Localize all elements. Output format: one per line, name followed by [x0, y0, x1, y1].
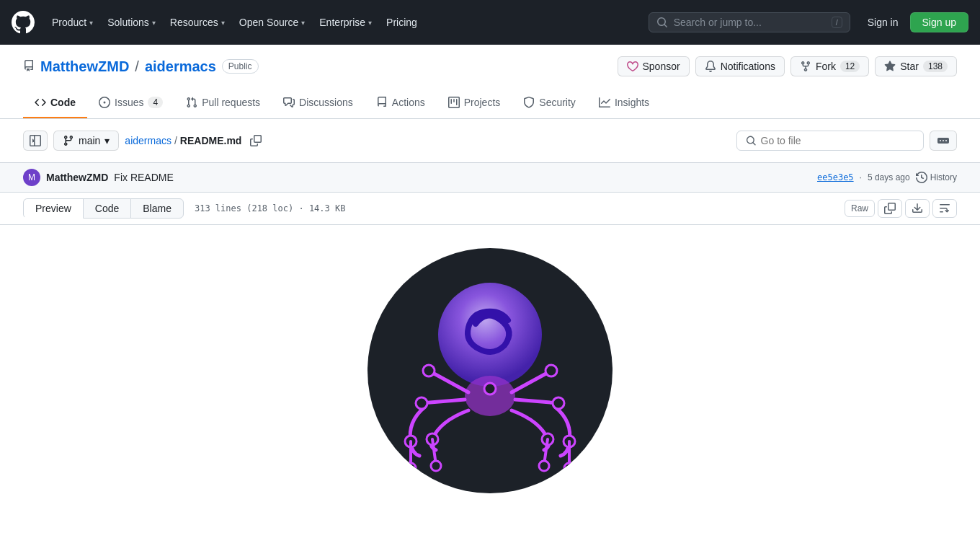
commit-meta: ee5e3e5 · 5 days ago History: [817, 172, 957, 183]
chevron-down-icon: ▾: [152, 19, 156, 27]
file-info: 313 lines (218 loc) · 14.3 KB: [195, 203, 346, 213]
commit-message: Fix README: [114, 172, 173, 183]
copy-icon: [884, 203, 896, 214]
tab-actions[interactable]: Actions: [365, 88, 437, 118]
raw-button[interactable]: Raw: [845, 200, 875, 217]
breadcrumb-sep: /: [135, 58, 139, 75]
nav-enterprise[interactable]: Enterprise ▾: [313, 12, 378, 32]
tab-discussions[interactable]: Discussions: [272, 88, 365, 118]
sign-in-button[interactable]: Sign in: [862, 12, 904, 32]
nav-product[interactable]: Product ▾: [46, 12, 99, 32]
nav-solutions[interactable]: Solutions ▾: [102, 12, 161, 32]
svg-point-10: [545, 365, 557, 376]
visibility-badge: Public: [222, 59, 259, 74]
sign-up-button[interactable]: Sign up: [910, 12, 968, 32]
svg-point-18: [431, 461, 441, 471]
chevron-down-icon: ▾: [104, 135, 110, 146]
branch-selector[interactable]: main ▾: [53, 131, 119, 151]
notifications-button[interactable]: Notifications: [695, 56, 785, 76]
repo-actions: Sponsor Notifications Fork 12 Star 138: [618, 56, 958, 76]
commit-time: 5 days ago: [868, 172, 910, 182]
commit-separator: ·: [860, 172, 862, 182]
goto-file-search[interactable]: [736, 131, 924, 151]
tab-insights[interactable]: Insights: [587, 88, 661, 118]
sponsor-button[interactable]: Sponsor: [618, 56, 690, 76]
readme-logo-container: [23, 225, 957, 516]
nav-resources[interactable]: Resources ▾: [164, 12, 231, 32]
code-tab-button[interactable]: Code: [83, 198, 131, 219]
branch-icon: [63, 135, 74, 146]
header-actions: Sign in Sign up: [862, 12, 968, 32]
toggle-word-wrap-button[interactable]: [932, 199, 957, 218]
repo-name-link[interactable]: aidermacs: [145, 58, 216, 75]
chevron-down-icon: ▾: [368, 19, 372, 27]
commit-bar: M MatthewZMD Fix README ee5e3e5 · 5 days…: [0, 162, 980, 193]
bell-icon: [705, 61, 716, 72]
svg-point-7: [416, 397, 427, 409]
commit-hash-link[interactable]: ee5e3e5: [817, 172, 854, 182]
issue-icon: [99, 97, 110, 108]
tab-code[interactable]: Code: [23, 88, 87, 118]
download-button[interactable]: [905, 199, 930, 218]
commit-author[interactable]: MatthewZMD: [46, 172, 108, 183]
github-logo[interactable]: [12, 11, 35, 34]
nav-pricing[interactable]: Pricing: [380, 12, 423, 32]
logo-svg: [375, 255, 605, 486]
svg-point-20: [406, 463, 416, 473]
svg-point-6: [423, 365, 435, 376]
star-button[interactable]: Star 138: [875, 56, 957, 76]
breadcrumb: aidermacs / README.md: [125, 135, 241, 146]
repo-header: MatthewZMD / aidermacs Public Sponsor No…: [0, 45, 980, 119]
history-icon: [916, 172, 927, 183]
actions-icon: [376, 97, 388, 108]
projects-icon: [448, 97, 460, 108]
svg-point-11: [553, 397, 564, 409]
insights-icon: [599, 97, 610, 108]
tab-issues[interactable]: Issues 4: [87, 88, 174, 118]
view-tabs-group: Preview Code Blame: [23, 198, 183, 219]
filepath-sep: /: [174, 135, 177, 146]
svg-point-1: [465, 376, 515, 416]
heart-icon: [627, 61, 638, 72]
goto-file-input[interactable]: [761, 135, 914, 146]
code-view-tabs: Preview Code Blame 313 lines (218 loc) ·…: [0, 193, 980, 225]
svg-point-21: [564, 463, 574, 473]
more-options-button[interactable]: [930, 131, 957, 151]
header-search[interactable]: Search or jump to... /: [649, 12, 850, 32]
star-icon: [884, 61, 896, 72]
sidebar-toggle-button[interactable]: [23, 131, 48, 151]
ellipsis-icon: [937, 135, 949, 146]
author-avatar: M: [23, 169, 40, 186]
copy-icon: [250, 135, 262, 146]
preview-tab[interactable]: Preview: [23, 198, 84, 219]
filepath-file: README.md: [180, 135, 242, 146]
svg-point-22: [484, 383, 496, 394]
tab-pull-requests[interactable]: Pull requests: [174, 88, 272, 118]
fork-button[interactable]: Fork 12: [790, 56, 869, 76]
chevron-down-icon: ▾: [89, 19, 93, 27]
issues-badge: 4: [148, 97, 163, 108]
copy-path-button[interactable]: [247, 132, 264, 149]
filepath-owner-link[interactable]: aidermacs: [125, 135, 172, 146]
security-icon: [523, 97, 535, 108]
download-icon: [912, 203, 923, 214]
repo-tab-nav: Code Issues 4 Pull requests Discussions …: [23, 88, 957, 118]
sidebar-icon: [30, 135, 41, 146]
repo-owner-link[interactable]: MatthewZMD: [40, 58, 129, 75]
readme-content: [0, 225, 980, 539]
code-icon: [35, 97, 46, 108]
history-button[interactable]: History: [916, 172, 957, 183]
fork-icon: [800, 61, 811, 72]
copy-raw-button[interactable]: [878, 199, 902, 218]
svg-point-19: [539, 461, 549, 471]
tab-security[interactable]: Security: [512, 88, 587, 118]
main-nav: Product ▾ Solutions ▾ Resources ▾ Open S…: [46, 12, 423, 32]
tab-projects[interactable]: Projects: [437, 88, 512, 118]
chevron-down-icon: ▾: [221, 19, 225, 27]
blame-tab[interactable]: Blame: [130, 198, 184, 219]
search-icon: [656, 17, 668, 28]
nav-open-source[interactable]: Open Source ▾: [233, 12, 311, 32]
repo-icon: [23, 60, 35, 74]
code-actions: Raw: [845, 199, 957, 218]
word-wrap-icon: [939, 203, 950, 214]
